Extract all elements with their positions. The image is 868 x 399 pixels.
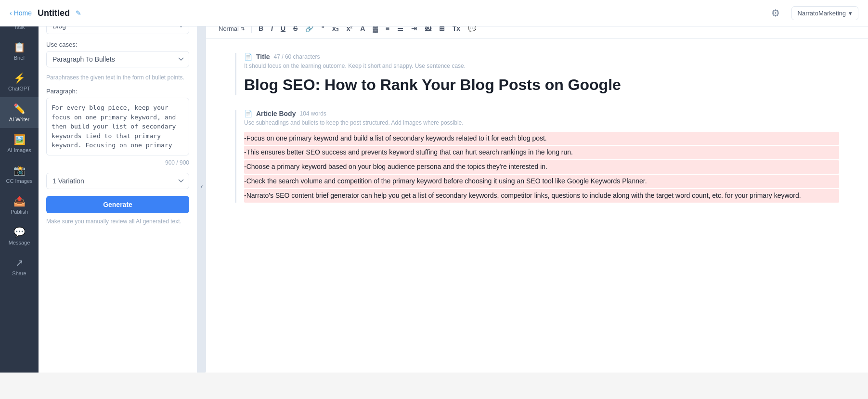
sidebar-item-label: AI Writer xyxy=(9,116,30,122)
paragraph-textarea[interactable]: For every blog piece, keep your focus on… xyxy=(46,98,189,155)
home-link[interactable]: ‹ Home xyxy=(10,9,32,17)
use-case-select[interactable]: Paragraph To Bullets xyxy=(46,51,189,67)
sidebar-item-cc-images[interactable]: 📸 CC Images xyxy=(0,159,39,190)
sidebar-item-label: ChatGPT xyxy=(8,86,30,91)
collapse-arrow-icon: ‹ xyxy=(201,182,203,190)
left-panel: Content type: Blog Use cases: Paragraph … xyxy=(39,0,197,373)
use-cases-label: Use cases: xyxy=(46,41,189,48)
chatgpt-icon: ⚡ xyxy=(13,72,26,84)
sidebar-item-brief[interactable]: 📋 Brief xyxy=(0,36,39,66)
sidebar-item-ai-images[interactable]: 🖼️ AI Images xyxy=(0,128,39,159)
bullet-item-3: -Choose a primary keyword based on your … xyxy=(244,160,839,174)
account-selector[interactable]: NarratoMarketing ▾ xyxy=(791,6,858,20)
generate-button[interactable]: Generate xyxy=(46,196,189,213)
title-hint: It should focus on the learning outcome.… xyxy=(244,63,839,69)
sidebar-item-publish[interactable]: 📤 Publish xyxy=(0,190,39,220)
title-section-label: Title xyxy=(256,53,270,61)
edit-icon[interactable]: ✎ xyxy=(76,9,81,17)
title-section: 📄 Title 47 / 60 characters It should foc… xyxy=(235,53,839,95)
publish-icon: 📤 xyxy=(13,195,26,207)
bullet-item-2: -This ensures better SEO success and pre… xyxy=(244,146,839,159)
body-section-header: 📄 Article Body 104 words xyxy=(244,110,839,117)
sidebar-item-label: Message xyxy=(9,240,30,245)
chevron-down-icon: ▾ xyxy=(849,10,852,17)
title-section-icon: 📄 xyxy=(244,53,252,61)
body-section-label: Article Body xyxy=(256,110,296,117)
share-icon: ↗ xyxy=(15,257,24,269)
brief-icon: 📋 xyxy=(13,41,26,53)
cc-images-icon: 📸 xyxy=(13,165,26,176)
body-word-count: 104 words xyxy=(299,110,326,117)
collapse-handle[interactable]: ‹ xyxy=(197,0,206,373)
sidebar-item-label: AI Images xyxy=(7,147,31,153)
sidebar-item-share[interactable]: ↗ Share xyxy=(0,251,39,282)
chevron-left-icon: ‹ xyxy=(10,9,12,17)
paragraph-label: Paragraph: xyxy=(46,88,189,95)
bullet-item-5: -Narrato's SEO content brief generator c… xyxy=(244,189,839,203)
settings-icon[interactable]: ⚙ xyxy=(771,7,780,19)
ai-writer-icon: ✏️ xyxy=(13,103,26,115)
blog-title[interactable]: Blog SEO: How to Rank Your Blog Posts on… xyxy=(244,75,839,95)
title-char-count: 47 / 60 characters xyxy=(274,53,320,60)
body-section-icon: 📄 xyxy=(244,110,252,117)
bullet-list: -Focus on one primary keyword and build … xyxy=(244,132,839,203)
sidebar-item-label: Brief xyxy=(14,55,25,61)
top-header: ‹ Home Untitled ✎ ⚙ NarratoMarketing ▾ xyxy=(0,0,868,26)
editor-area[interactable]: 📄 Title 47 / 60 characters It should foc… xyxy=(206,39,868,373)
account-label: NarratoMarketing xyxy=(798,10,846,17)
sidebar-item-message[interactable]: 💬 Message xyxy=(0,220,39,251)
style-arrows-icon: ⇅ xyxy=(241,26,245,31)
char-count: 900 / 900 xyxy=(46,159,189,166)
sidebar-item-label: Share xyxy=(12,270,26,276)
sidebar-nav: ⊞ Task 📋 Brief ⚡ ChatGPT ✏️ AI Writer 🖼️… xyxy=(0,0,39,373)
ai-images-icon: 🖼️ xyxy=(13,134,26,145)
variation-select[interactable]: 1 Variation xyxy=(46,173,189,189)
bullet-item-1: -Focus on one primary keyword and build … xyxy=(244,132,839,145)
message-icon: 💬 xyxy=(13,226,26,238)
sidebar-item-label: Publish xyxy=(11,209,28,215)
sidebar-item-chatgpt[interactable]: ⚡ ChatGPT xyxy=(0,66,39,97)
title-section-header: 📄 Title 47 / 60 characters xyxy=(244,53,839,61)
body-section: 📄 Article Body 104 words Use subheadings… xyxy=(235,110,839,203)
document-title: Untitled xyxy=(38,8,70,18)
home-label: Home xyxy=(14,9,32,17)
body-hint: Use subheadings and bullets to keep the … xyxy=(244,119,839,126)
sidebar-item-label: CC Images xyxy=(6,178,32,184)
use-case-hint: Paraphrases the given text in the form o… xyxy=(46,74,189,81)
disclaimer-text: Make sure you manually review all AI gen… xyxy=(46,218,189,225)
sidebar-item-ai-writer[interactable]: ✏️ AI Writer xyxy=(0,97,39,128)
bullet-item-4: -Check the search volume and competition… xyxy=(244,175,839,188)
